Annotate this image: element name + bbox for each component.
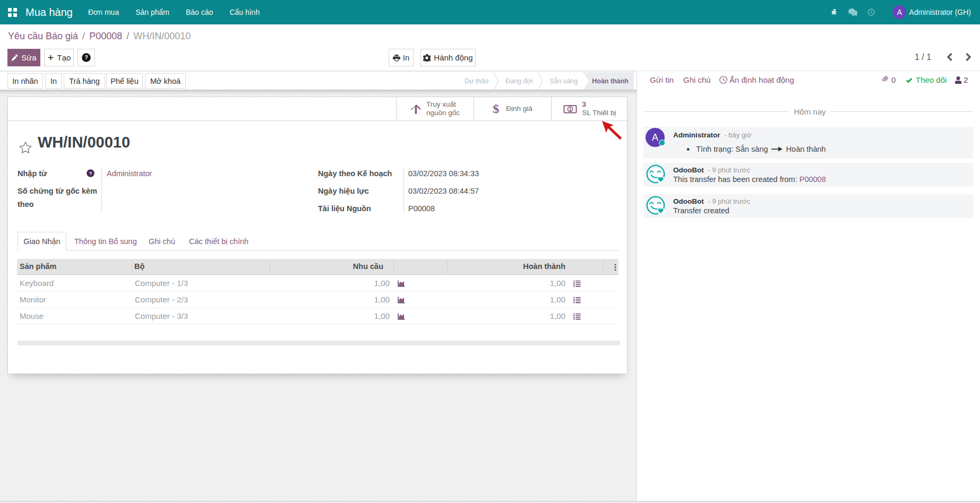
svg-text:?: ? [89, 171, 92, 176]
svg-text:?: ? [84, 54, 88, 60]
svg-text:1: 1 [569, 106, 571, 111]
